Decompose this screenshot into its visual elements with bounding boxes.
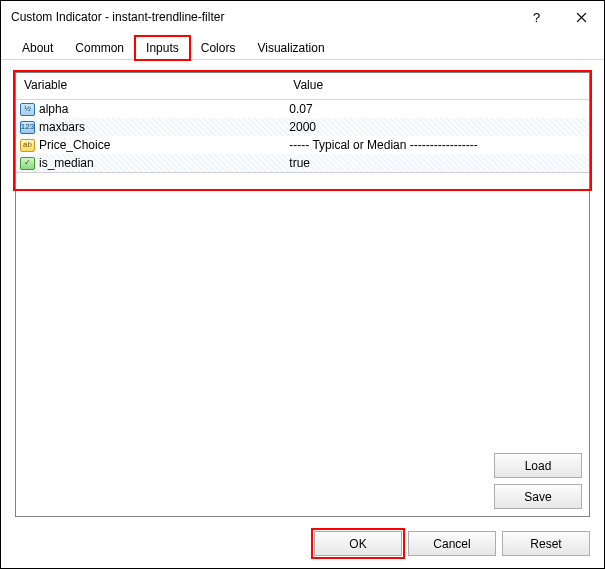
table-row[interactable]: ab Price_Choice ----- Typical or Median …: [16, 136, 589, 154]
save-button[interactable]: Save: [494, 484, 582, 509]
column-header-variable[interactable]: Variable: [16, 73, 285, 100]
table-row[interactable]: ✓ is_median true: [16, 154, 589, 173]
tab-common[interactable]: Common: [64, 36, 135, 60]
titlebar: Custom Indicator - instant-trendline-fil…: [1, 1, 604, 33]
tab-strip: About Common Inputs Colors Visualization: [1, 33, 604, 60]
int-type-icon: 123: [20, 121, 35, 134]
table-row[interactable]: ½ alpha 0.07: [16, 100, 589, 119]
window-title: Custom Indicator - instant-trendline-fil…: [11, 10, 514, 24]
column-header-value[interactable]: Value: [285, 73, 589, 100]
tab-colors[interactable]: Colors: [190, 36, 247, 60]
double-type-icon: ½: [20, 103, 35, 116]
variable-value[interactable]: 0.07: [285, 100, 589, 119]
variable-value[interactable]: ----- Typical or Median ----------------…: [285, 136, 589, 154]
ok-button[interactable]: OK: [314, 531, 402, 556]
tab-about[interactable]: About: [11, 36, 64, 60]
tab-visualization[interactable]: Visualization: [246, 36, 335, 60]
cancel-button[interactable]: Cancel: [408, 531, 496, 556]
dialog-window: Custom Indicator - instant-trendline-fil…: [0, 0, 605, 569]
string-type-icon: ab: [20, 139, 35, 152]
variable-name: Price_Choice: [39, 138, 110, 152]
table-row[interactable]: 123 maxbars 2000: [16, 118, 589, 136]
tab-inputs[interactable]: Inputs: [135, 36, 190, 60]
close-icon[interactable]: [559, 2, 604, 32]
inputs-grid: Variable Value ½ alpha 0.07 123: [15, 72, 590, 517]
dialog-button-bar: OK Cancel Reset: [1, 523, 604, 568]
load-button[interactable]: Load: [494, 453, 582, 478]
variable-name: alpha: [39, 102, 68, 116]
help-icon[interactable]: [514, 2, 559, 32]
variable-value[interactable]: 2000: [285, 118, 589, 136]
titlebar-buttons: [514, 2, 604, 32]
variable-name: is_median: [39, 156, 94, 170]
variable-name: maxbars: [39, 120, 85, 134]
variable-value[interactable]: true: [285, 154, 589, 173]
reset-button[interactable]: Reset: [502, 531, 590, 556]
side-button-group: Load Save: [494, 453, 582, 509]
tab-content: Variable Value ½ alpha 0.07 123: [1, 60, 604, 523]
bool-type-icon: ✓: [20, 157, 35, 170]
